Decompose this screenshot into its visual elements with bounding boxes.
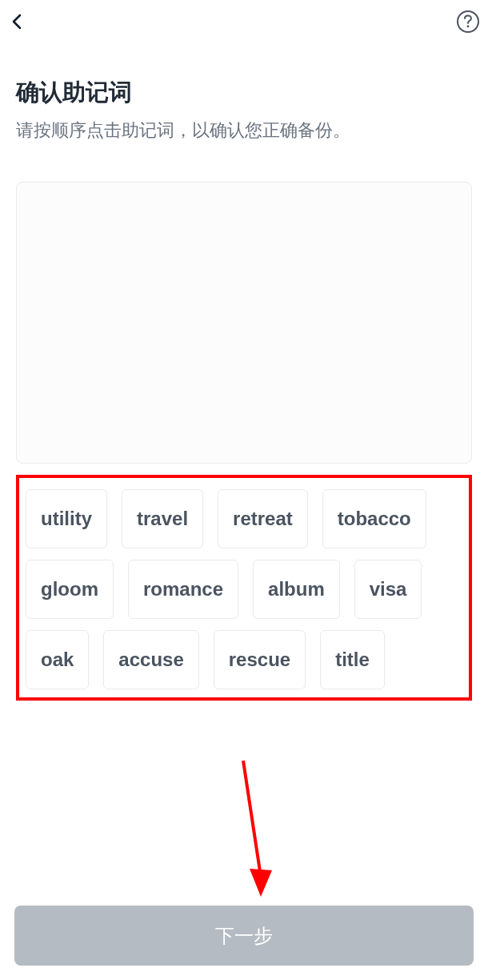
back-button[interactable] <box>8 12 27 31</box>
word-chip[interactable]: tobacco <box>322 489 426 548</box>
word-chip[interactable]: album <box>253 560 340 619</box>
word-chip[interactable]: oak <box>26 630 89 689</box>
svg-marker-3 <box>250 869 272 897</box>
next-button[interactable]: 下一步 <box>14 906 474 966</box>
word-chip[interactable]: gloom <box>26 560 114 619</box>
arrow-annotation-icon <box>235 757 283 901</box>
svg-point-1 <box>467 26 470 28</box>
help-button[interactable] <box>456 10 480 34</box>
page-title: 确认助记词 <box>16 77 472 109</box>
word-chip[interactable]: rescue <box>214 630 306 689</box>
word-chip[interactable]: visa <box>354 560 422 619</box>
word-chip[interactable]: retreat <box>218 489 308 548</box>
next-button-label: 下一步 <box>215 923 273 949</box>
page-subtitle: 请按顺序点击助记词，以确认您正确备份。 <box>16 118 472 143</box>
mnemonic-input-area[interactable] <box>16 182 472 464</box>
word-chip[interactable]: accuse <box>103 630 198 689</box>
word-chip[interactable]: title <box>320 630 385 689</box>
word-chip[interactable]: romance <box>128 560 238 619</box>
word-chip[interactable]: utility <box>26 489 107 548</box>
svg-line-2 <box>243 761 261 877</box>
word-chip[interactable]: travel <box>122 489 203 548</box>
mnemonic-words-container: utility travel retreat tobacco gloom rom… <box>16 475 472 701</box>
